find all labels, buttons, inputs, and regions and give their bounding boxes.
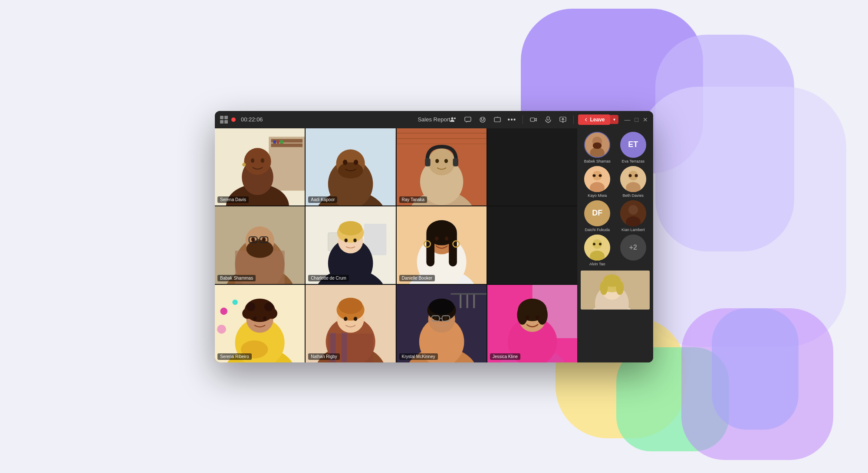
svg-point-64: [345, 238, 348, 242]
svg-point-76: [435, 237, 438, 241]
video-cell-empty-1: [487, 128, 577, 206]
svg-point-42: [435, 159, 439, 163]
svg-point-20: [244, 148, 271, 175]
svg-point-5: [483, 118, 484, 119]
bg-blob-purple-bottom: [681, 308, 833, 460]
svg-point-63: [339, 221, 362, 235]
mic-icon[interactable]: [542, 114, 554, 126]
grid-icon[interactable]: [220, 116, 228, 124]
minimize-button[interactable]: —: [625, 116, 631, 123]
svg-rect-109: [460, 294, 461, 308]
name-babak-shamas: Babek Shamas: [584, 159, 611, 163]
camera-icon[interactable]: [527, 114, 539, 126]
name-kayo-miwa: Kayo Miwa: [588, 193, 607, 198]
video-grid: Serena Davis Aadi Kapoor: [215, 128, 577, 362]
avatar-beth-davies: [620, 166, 646, 192]
avatar-eva-terrazas: ET: [620, 132, 646, 158]
svg-point-81: [232, 300, 237, 305]
leave-button[interactable]: Leave: [578, 114, 610, 125]
svg-rect-14: [271, 143, 303, 147]
svg-rect-17: [280, 140, 283, 143]
svg-point-120: [434, 316, 437, 320]
more-icon[interactable]: •••: [506, 114, 518, 126]
close-button[interactable]: ✕: [643, 116, 648, 123]
name-beth-davies: Beth Davies: [622, 193, 644, 198]
svg-point-130: [537, 305, 548, 325]
svg-point-55: [262, 238, 266, 241]
sidebar-row-4: Alvin Tao +2: [581, 235, 650, 266]
svg-rect-108: [450, 293, 487, 294]
video-label-danielle-booker: Danielle Booker: [399, 275, 435, 281]
sidebar-participant-babak: Babek Shamas: [581, 132, 614, 163]
svg-point-31: [354, 160, 358, 165]
video-cell-babak-shammas: Babak Shammas: [215, 206, 305, 284]
video-cell-nathan-rigby: Nathan Rigby: [306, 285, 395, 362]
emoji-icon[interactable]: [477, 114, 489, 126]
chat-icon[interactable]: [462, 114, 474, 126]
video-cell-krystal-mckinney: Krystal McKinney: [397, 285, 487, 362]
svg-point-21: [251, 158, 254, 163]
share-icon[interactable]: [491, 114, 503, 126]
video-label-aadi-kapoor: Aadi Kapoor: [308, 196, 337, 203]
maximize-button[interactable]: □: [635, 116, 638, 123]
sidebar-row-1: Babek Shamas ET Eva Terrazas: [581, 132, 650, 163]
video-cell-serena-ribeiro: Serena Ribeiro: [215, 285, 305, 362]
svg-rect-110: [466, 294, 468, 308]
bg-blob-purple-large: [638, 87, 846, 347]
sidebar-row-3: DF Daichi Fukuda Kian Lambert: [581, 200, 650, 232]
svg-point-22: [261, 158, 264, 163]
video-label-serena-ribeiro: Serena Ribeiro: [217, 353, 252, 360]
svg-rect-2: [465, 117, 471, 121]
avatar-alvin-tao: [584, 235, 610, 261]
svg-point-39: [428, 148, 455, 175]
sidebar-participant-beth: Beth Davies: [617, 166, 650, 198]
svg-point-103: [339, 298, 363, 314]
svg-point-93: [263, 316, 266, 320]
svg-point-154: [599, 243, 602, 245]
svg-point-164: [616, 281, 624, 295]
svg-rect-16: [277, 140, 279, 143]
video-label-charlotte-de-crum: Charlotte de Crum: [308, 275, 349, 281]
svg-rect-40: [425, 158, 430, 166]
svg-point-90: [247, 302, 256, 311]
video-cell-aadi-kapoor: Aadi Kapoor: [306, 128, 395, 206]
video-cell-empty-2: [487, 206, 577, 284]
svg-rect-72: [426, 231, 434, 267]
svg-point-153: [593, 243, 595, 245]
video-label-jessica-kline: Jessica Kline: [490, 353, 520, 360]
video-cell-serena-davis: Serena Davis: [215, 128, 305, 206]
leave-button-group[interactable]: Leave ▾: [578, 114, 618, 125]
svg-point-30: [343, 160, 347, 165]
svg-point-82: [217, 325, 226, 334]
svg-rect-7: [530, 118, 535, 121]
avatar-babak-shamas: [584, 132, 610, 158]
svg-point-105: [354, 317, 357, 321]
svg-point-121: [444, 316, 447, 320]
svg-point-145: [628, 174, 631, 177]
video-cell-ray-tanaka: Ray Tanaka: [397, 128, 487, 206]
share-screen-icon[interactable]: [557, 114, 569, 126]
sidebar-participant-kayo: Kayo Miwa: [581, 166, 614, 198]
svg-point-4: [481, 118, 482, 119]
sidebar-row-2: Kayo Miwa Beth Davies: [581, 166, 650, 198]
leave-dropdown-button[interactable]: ▾: [610, 115, 618, 124]
svg-point-3: [480, 117, 485, 122]
sidebar-participant-eva: ET Eva Terrazas: [617, 132, 650, 163]
video-cell-charlotte-de-crum: Charlotte de Crum: [306, 206, 395, 284]
video-cell-jessica-kline: Jessica Kline: [487, 285, 577, 362]
name-eva-terrazas: Eva Terrazas: [622, 159, 644, 163]
svg-point-65: [354, 238, 357, 242]
svg-point-77: [444, 237, 448, 241]
sidebar-participant-kian: Kian Lambert: [617, 200, 650, 232]
sidebar-participant-daichi: DF Daichi Fukuda: [581, 200, 614, 232]
toolbar-icons: •••: [447, 114, 648, 126]
call-timer: 00:22:06: [241, 116, 263, 123]
svg-point-163: [600, 281, 608, 295]
sidebar-participant-more[interactable]: +2: [617, 235, 650, 266]
self-view-video: [581, 271, 650, 310]
avatar-daichi-fukuda: DF: [584, 200, 610, 226]
avatar-kian-lambert: [620, 200, 646, 226]
svg-rect-8: [547, 117, 549, 120]
svg-point-80: [220, 307, 227, 315]
avatar-more-badge[interactable]: +2: [620, 235, 646, 261]
